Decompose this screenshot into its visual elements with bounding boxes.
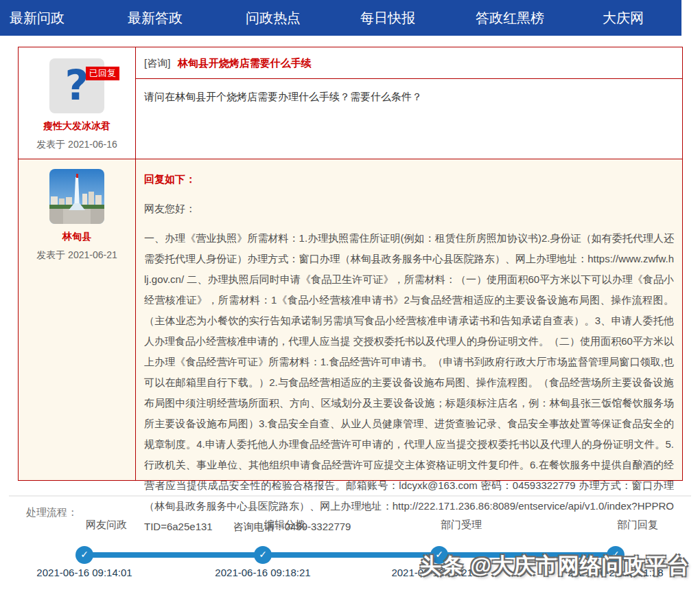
nav-item-latest-questions[interactable]: 最新问政 [10, 0, 65, 36]
page: 最新问政 最新答政 问政热点 每日快报 答政红黑榜 大庆网 ? 已回复 瘦性大发… [0, 0, 700, 590]
post-detail-box: ? 已回复 瘦性大发冰冰君 发表于 2021-06-16 [咨询] 林甸县开烧烤… [18, 47, 683, 481]
process-flow-label: 处理流程： [26, 506, 78, 519]
responder-info-column: 林甸县 发表于 2021-06-21 [19, 159, 136, 480]
nav-item-daily-bulletin[interactable]: 每日快报 [360, 0, 415, 36]
toutiao-watermark: 头条 @大庆市网络问政平台 [420, 552, 690, 580]
responder-name: 林甸县 [19, 231, 135, 243]
step-name: 网友问政 [86, 519, 127, 532]
post-title-row: [咨询] 林甸县开烧烤店需要什么手续 [136, 47, 682, 79]
step-name: 部门受理 [441, 519, 482, 532]
question-post-date: 发表于 2021-06-16 [19, 139, 135, 151]
nav-item-hot-topics[interactable]: 问政热点 [246, 0, 301, 36]
reply-content-column: 回复如下： 网友您好： 一、办理《营业执照》所需材料：1.办理执照需住所证明(例… [136, 159, 682, 480]
section-divider [9, 495, 691, 497]
question-content-column: [咨询] 林甸县开烧烤店需要什么手续 请问在林甸县开个烧烤店需要办理什么手续？需… [136, 47, 682, 159]
question-text: 请问在林甸县开个烧烤店需要办理什么手续？需要什么条件？ [136, 79, 682, 115]
nav-item-red-black-list[interactable]: 答政红黑榜 [476, 0, 544, 36]
step-name: 部门回复 [617, 519, 658, 532]
answer-section: 林甸县 发表于 2021-06-21 回复如下： 网友您好： 一、办理《营业执照… [19, 159, 682, 480]
post-title: 林甸县开烧烤店需要什么手续 [178, 57, 312, 69]
step-timestamp: 2021-06-16 09:18:21 [215, 567, 310, 578]
nav-item-daqing-net[interactable]: 大庆网 [603, 0, 644, 36]
step-name: 编辑分拨 [264, 519, 305, 532]
step-timestamp: 2021-06-16 09:14:01 [36, 567, 132, 578]
asker-name: 瘦性大发冰冰君 [19, 120, 135, 133]
post-category: [咨询] [144, 57, 170, 69]
reply-post-date: 发表于 2021-06-21 [19, 249, 135, 262]
responder-avatar-city-photo [49, 169, 104, 224]
city-square-photo-icon [49, 169, 104, 224]
check-icon [254, 546, 272, 564]
nav-item-latest-answers[interactable]: 最新答政 [128, 0, 183, 36]
question-section: ? 已回复 瘦性大发冰冰君 发表于 2021-06-16 [咨询] 林甸县开烧烤… [19, 47, 682, 159]
top-navigation: 最新问政 最新答政 问政热点 每日快报 答政红黑榜 大庆网 [0, 0, 681, 36]
asker-info-column: ? 已回复 瘦性大发冰冰君 发表于 2021-06-16 [19, 47, 136, 159]
reply-body-text: 一、办理《营业执照》所需材料：1.办理执照需住所证明(例如：租赁住所房照加协议书… [144, 228, 674, 537]
check-icon [75, 546, 93, 564]
reply-heading: 回复如下： [144, 173, 674, 186]
reply-greeting: 网友您好： [144, 198, 674, 219]
replied-status-badge: 已回复 [86, 67, 119, 80]
